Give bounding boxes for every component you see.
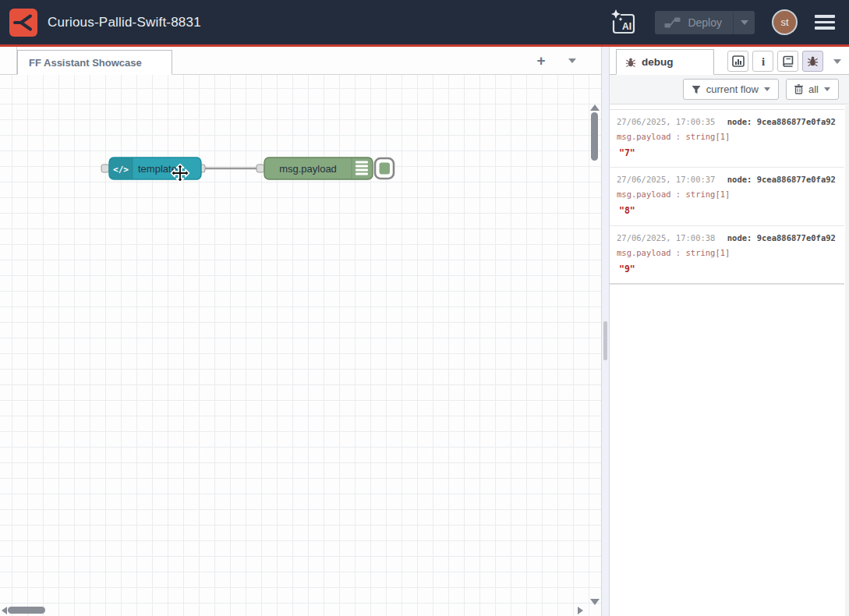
chevron-down-icon	[764, 87, 770, 91]
input-port[interactable]	[256, 165, 264, 172]
filter-label: current flow	[706, 83, 759, 95]
canvas-horizontal-scrollbar[interactable]	[0, 605, 590, 615]
debug-clear-button[interactable]: all	[786, 79, 839, 100]
sidebar-splitter[interactable]	[601, 47, 610, 616]
message-value[interactable]: "7"	[617, 145, 837, 161]
input-port[interactable]	[101, 165, 109, 172]
deploy-button-main[interactable]: Deploy	[655, 11, 733, 34]
sidebar-tabbar: debug i	[610, 47, 849, 75]
tab-ff-assistant-showcase[interactable]: FF Assistant Showcase	[17, 50, 172, 75]
message-meta: 27/06/2025, 17:00:35 node: 9cea886877e0f…	[617, 115, 837, 129]
chevron-down-icon	[824, 87, 830, 91]
message-property[interactable]: msg.payload : string[1]	[617, 246, 837, 261]
info-tab-button[interactable]: i	[752, 51, 773, 72]
chart-icon	[732, 55, 745, 67]
add-flow-button[interactable]: +	[526, 47, 556, 74]
bug-icon	[807, 55, 819, 67]
deploy-button[interactable]: Deploy	[655, 11, 755, 34]
message-node-prefix: node:	[727, 175, 752, 184]
debug-message[interactable]: 27/06/2025, 17:00:38 node: 9cea886877e0f…	[610, 226, 844, 283]
workspace-tabbar: FF Assistant Showcase +	[0, 47, 601, 75]
scroll-down-arrow-icon[interactable]	[590, 599, 600, 605]
book-icon	[782, 55, 794, 67]
clear-scope-label: all	[808, 83, 819, 95]
flow-graph: </> template	[0, 75, 601, 616]
header-bar: Curious-Pallid-Swift-8831 AI Depl	[0, 0, 849, 44]
page-title: Curious-Pallid-Swift-8831	[48, 15, 201, 30]
message-value[interactable]: "9"	[617, 261, 837, 278]
sidebar-tool-buttons: i	[727, 51, 849, 75]
deploy-options-button[interactable]	[733, 11, 755, 34]
code-icon: </>	[113, 165, 129, 175]
message-node-id: 9cea886877e0fa92	[757, 175, 836, 184]
message-timestamp: 27/06/2025, 17:00:38	[617, 233, 715, 243]
sidebar-tabs-dropdown-icon[interactable]	[833, 59, 841, 64]
canvas-vertical-scrollbar[interactable]	[589, 104, 600, 605]
message-timestamp: 27/06/2025, 17:00:35	[617, 117, 715, 126]
debug-message[interactable]: 27/06/2025, 17:00:35 node: 9cea886877e0f…	[610, 110, 844, 168]
node-debug[interactable]: msg.payload	[256, 158, 394, 179]
flow-tab-label: FF Assistant Showcase	[29, 57, 142, 69]
message-timestamp: 27/06/2025, 17:00:37	[617, 175, 715, 184]
hamburger-icon	[815, 15, 835, 18]
node-red-editor: Curious-Pallid-Swift-8831 AI Depl	[0, 0, 849, 616]
debug-message-list: 27/06/2025, 17:00:35 node: 9cea886877e0f…	[610, 109, 844, 285]
debug-tab-button[interactable]	[802, 51, 823, 72]
debug-filter-button[interactable]: current flow	[683, 79, 779, 100]
user-avatar[interactable]: st	[772, 9, 798, 35]
node-template[interactable]: </> template	[101, 158, 205, 179]
main-menu-button[interactable]	[815, 15, 835, 30]
hamburger-icon	[815, 21, 835, 24]
message-node-id: 9cea886877e0fa92	[757, 233, 836, 243]
debug-toolbar: current flow all	[610, 75, 849, 104]
horizontal-scroll-thumb[interactable]	[8, 607, 45, 614]
header-actions: AI Deploy st	[608, 7, 840, 38]
message-property[interactable]: msg.payload : string[1]	[617, 187, 837, 203]
deploy-nodes-icon	[664, 17, 681, 28]
logo-merge-icon	[9, 9, 37, 37]
help-tab-button[interactable]	[777, 51, 798, 72]
funnel-icon	[692, 85, 701, 94]
message-value[interactable]: "8"	[617, 203, 837, 219]
vertical-scroll-thumb[interactable]	[591, 112, 598, 161]
ai-sparkle-icon: AI	[608, 7, 638, 38]
node-label: msg.payload	[279, 163, 337, 175]
dashboard-chart-tab-button[interactable]	[727, 51, 748, 72]
svg-text:i: i	[761, 55, 764, 67]
plus-icon: +	[536, 52, 545, 69]
tab-debug[interactable]: debug	[616, 49, 714, 75]
tabbar-actions: +	[526, 47, 601, 74]
debug-message[interactable]: 27/06/2025, 17:00:37 node: 9cea886877e0f…	[610, 168, 844, 225]
avatar-initials: st	[780, 16, 788, 28]
sidebar-scrollbar-gutter[interactable]	[845, 105, 849, 616]
message-meta: 27/06/2025, 17:00:38 node: 9cea886877e0f…	[617, 232, 837, 246]
tab-scroll-left-region[interactable]	[0, 47, 17, 74]
message-node-id: 9cea886877e0fa92	[757, 117, 836, 126]
sidebar: debug i	[610, 47, 849, 616]
bug-icon	[625, 57, 636, 68]
deploy-label: Deploy	[688, 16, 722, 29]
splitter-grip[interactable]	[603, 321, 607, 360]
hamburger-icon	[815, 27, 835, 30]
scroll-left-arrow-icon[interactable]	[2, 607, 7, 614]
debug-tab-label: debug	[642, 56, 674, 68]
message-meta: 27/06/2025, 17:00:37 node: 9cea886877e0f…	[617, 173, 837, 187]
main-area: FF Assistant Showcase +	[0, 47, 849, 616]
ai-assistant-button[interactable]: AI	[608, 7, 638, 38]
app-logo[interactable]	[9, 9, 37, 37]
scroll-right-arrow-icon[interactable]	[578, 607, 583, 614]
message-node-prefix: node:	[727, 117, 752, 126]
flow-canvas[interactable]: </> template	[0, 75, 601, 616]
chevron-down-icon	[741, 20, 748, 25]
message-property[interactable]: msg.payload : string[1]	[617, 129, 837, 145]
scroll-up-arrow-icon[interactable]	[590, 104, 600, 111]
flow-list-dropdown-button[interactable]	[557, 47, 587, 74]
svg-text:AI: AI	[622, 21, 631, 32]
debug-toggle-state	[380, 163, 391, 175]
message-node-prefix: node:	[727, 233, 752, 243]
workspace-column: FF Assistant Showcase +	[0, 47, 601, 616]
trash-icon	[794, 84, 803, 94]
chevron-down-icon	[568, 58, 576, 63]
info-icon: i	[760, 55, 766, 67]
